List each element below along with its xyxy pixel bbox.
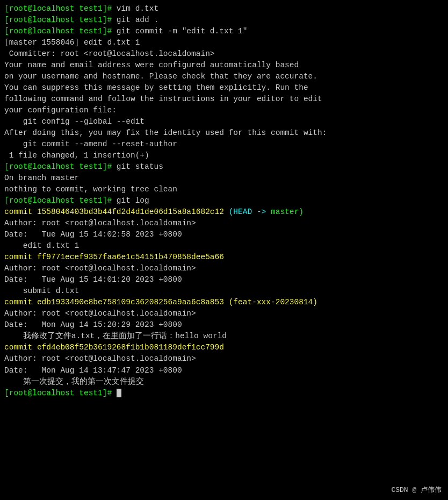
terminal-line: Date: Mon Aug 14 13:47:47 2023 +0800 bbox=[4, 365, 444, 376]
terminal-line: commit efd4eb08f52b3619268f1b1b081189def… bbox=[4, 342, 444, 353]
terminal-line: commit ff9771ecef9357faa6e1c54151b470858… bbox=[4, 252, 444, 263]
feat-tag: (feat-xxx-20230814) bbox=[224, 298, 317, 306]
terminal-line: [root@localhost test1]# vim d.txt bbox=[4, 3, 444, 15]
command-text: git commit -m "edit d.txt 1" bbox=[117, 27, 248, 35]
prompt-text: [root@localhost test1]# bbox=[4, 162, 117, 171]
command-text: vim d.txt bbox=[117, 4, 158, 13]
terminal-line: After doing this, you may fix the identi… bbox=[4, 127, 444, 139]
terminal-line: On branch master bbox=[4, 173, 444, 184]
terminal-window: [root@localhost test1]# vim d.txt[root@l… bbox=[0, 0, 448, 500]
terminal-line: Date: Mon Aug 14 15:20:29 2023 +0800 bbox=[4, 319, 444, 331]
terminal-line: You can suppress this message by setting… bbox=[4, 82, 444, 94]
terminal-line: submit d.txt bbox=[4, 285, 444, 297]
command-text: git add . bbox=[117, 16, 158, 24]
terminal-line: [root@localhost test1]# git add . bbox=[4, 15, 444, 26]
terminal-line: Author: root <root@localhost.localdomain… bbox=[4, 353, 444, 365]
terminal-line: Committer: root <root@localhost.localdom… bbox=[4, 48, 444, 60]
terminal-line: 1 file changed, 1 insertion(+) bbox=[4, 150, 444, 161]
terminal-line: Author: root <root@localhost.localdomain… bbox=[4, 263, 444, 274]
terminal-cursor bbox=[117, 389, 121, 397]
terminal-line: 我修改了文件a.txt，在里面加了一行话：hello world bbox=[4, 331, 444, 342]
head-ref: (HEAD -> master) bbox=[224, 208, 304, 216]
terminal-line: 第一次提交，我的第一次文件提交 bbox=[4, 376, 444, 388]
command-text: git status bbox=[117, 162, 163, 171]
terminal-line: edit d.txt 1 bbox=[4, 240, 444, 252]
terminal-line: [root@localhost test1]# git log bbox=[4, 195, 444, 206]
terminal-line: [root@localhost test1]# git commit -m "e… bbox=[4, 26, 444, 37]
terminal-content: [root@localhost test1]# vim d.txt[root@l… bbox=[4, 3, 444, 399]
terminal-line: following command and follow the instruc… bbox=[4, 94, 444, 105]
commit-hash: commit efd4eb08f52b3619268f1b1b081189def… bbox=[4, 343, 224, 352]
terminal-line: [master 1558046] edit d.txt 1 bbox=[4, 37, 444, 48]
commit-hash: commit ff9771ecef9357faa6e1c54151b470858… bbox=[4, 253, 224, 261]
prompt-text: [root@localhost test1]# bbox=[4, 4, 117, 13]
terminal-line: git commit --amend --reset-author bbox=[4, 139, 444, 150]
terminal-line: [root@localhost test1]# bbox=[4, 388, 444, 399]
terminal-line: Author: root <root@localhost.localdomain… bbox=[4, 218, 444, 229]
terminal-line: commit edb1933490e8be758109c36208256a9aa… bbox=[4, 297, 444, 308]
prompt-text: [root@localhost test1]# bbox=[4, 27, 117, 35]
terminal-line: Author: root <root@localhost.localdomain… bbox=[4, 308, 444, 319]
prompt-text: [root@localhost test1]# bbox=[4, 16, 117, 24]
terminal-line: Date: Tue Aug 15 14:02:58 2023 +0800 bbox=[4, 229, 444, 240]
watermark: CSDN @ 卢伟伟 bbox=[391, 485, 442, 496]
terminal-line: [root@localhost test1]# git status bbox=[4, 161, 444, 173]
prompt-text: [root@localhost test1]# bbox=[4, 389, 117, 397]
terminal-line: on your username and hostname. Please ch… bbox=[4, 71, 444, 82]
terminal-line: Your name and email address were configu… bbox=[4, 60, 444, 71]
terminal-line: your configuration file: bbox=[4, 105, 444, 116]
command-text: git log bbox=[117, 196, 149, 205]
terminal-line: git config --global --edit bbox=[4, 116, 444, 127]
terminal-line: nothing to commit, working tree clean bbox=[4, 184, 444, 195]
terminal-line: commit 1558046403bd3b44fd2d4d1de06d15a8a… bbox=[4, 206, 444, 218]
prompt-text: [root@localhost test1]# bbox=[4, 196, 117, 205]
commit-hash: commit edb1933490e8be758109c36208256a9aa… bbox=[4, 298, 224, 306]
terminal-line: Date: Tue Aug 15 14:01:20 2023 +0800 bbox=[4, 274, 444, 285]
commit-hash: commit 1558046403bd3b44fd2d4d1de06d15a8a… bbox=[4, 208, 224, 216]
